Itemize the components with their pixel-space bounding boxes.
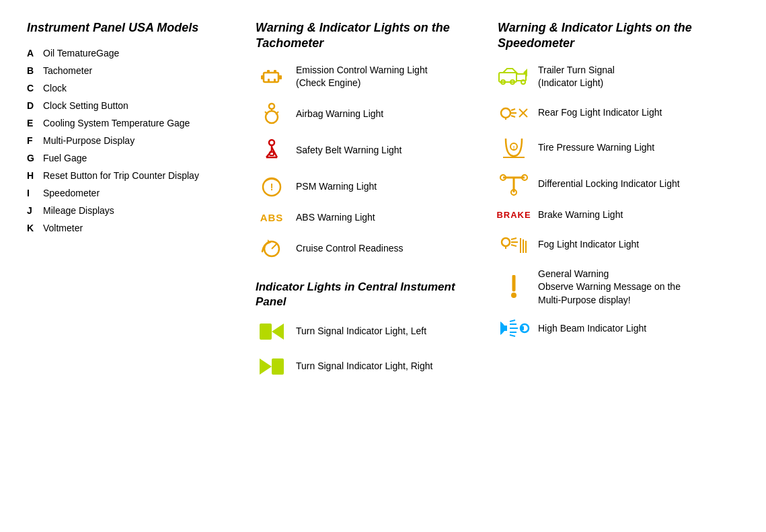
high-beam-icon: [498, 319, 530, 338]
light-label: Safety Belt Warning Light: [296, 144, 401, 157]
panel-list-item: JMileage Displays: [27, 205, 242, 216]
panel-list-item: ECooling System Temperature Gage: [27, 118, 242, 128]
speedometer-lights: Trailer Turn Signal(Indicator Light): [498, 64, 739, 338]
svg-point-32: [521, 80, 525, 84]
tachometer-lights: Emission Control Warning Light(Check Eng…: [256, 64, 484, 261]
abs-text: ABS: [260, 212, 284, 223]
light-label: Differential Locking Indicator Light: [538, 178, 680, 191]
item-label: Tachometer: [43, 65, 242, 76]
svg-rect-2: [278, 75, 282, 79]
light-row: ! PSM Warning Light: [256, 175, 484, 199]
item-label: Cooling System Temperature Gage: [43, 118, 242, 128]
svg-rect-1: [261, 75, 264, 79]
svg-line-51: [511, 238, 516, 239]
svg-line-53: [511, 245, 516, 246]
general-warning-icon: [498, 275, 530, 299]
item-label: Fuel Gage: [43, 153, 242, 163]
brake-icon: BRAKE: [498, 210, 530, 220]
panel-list-item: FMulti-Purpose Display: [27, 135, 242, 146]
light-label: PSM Warning Light: [296, 180, 377, 194]
svg-marker-25: [260, 358, 272, 375]
svg-rect-4: [274, 70, 276, 73]
item-letter: J: [27, 205, 43, 216]
svg-rect-17: [270, 152, 274, 155]
light-row: Differential Locking Indicator Light: [498, 172, 739, 196]
fog-light-icon: [498, 234, 530, 256]
brake-text: BRAKE: [496, 210, 531, 220]
col3-title: Warning & Indicator Lights on the Speedo…: [498, 20, 739, 52]
light-label: ABS Warning Light: [296, 211, 375, 225]
light-row: ABS ABS Warning Light: [256, 211, 484, 225]
abs-icon: ABS: [256, 212, 288, 223]
engine-icon: [256, 67, 288, 86]
svg-text:!: !: [270, 182, 274, 192]
light-row: High Beam Indicator Light: [498, 319, 739, 338]
svg-line-38: [511, 116, 515, 117]
light-row: Safety Belt Warning Light: [256, 139, 484, 163]
item-label: Multi-Purpose Display: [43, 135, 242, 146]
light-label: Turn Signal Indicator Light, Right: [296, 360, 432, 373]
tire-pressure-icon: !: [498, 136, 530, 160]
svg-marker-22: [268, 239, 270, 244]
light-row: Rear Fog Light Indicator Light: [498, 102, 739, 124]
svg-rect-59: [500, 326, 507, 331]
svg-rect-0: [264, 73, 278, 82]
light-row: General WarningObserve Warning Message o…: [498, 268, 739, 307]
item-label: Clock Setting Button: [43, 100, 242, 111]
instrument-panel-column: Instrument Panel USA Models AOil Tematur…: [27, 20, 256, 240]
light-label: Trailer Turn Signal(Indicator Light): [538, 64, 615, 90]
item-letter: H: [27, 170, 43, 181]
panel-list-item: BTachometer: [27, 65, 242, 76]
col1-title: Instrument Panel USA Models: [27, 20, 242, 36]
item-letter: F: [27, 135, 43, 146]
svg-line-21: [272, 243, 277, 249]
item-letter: C: [27, 83, 43, 93]
svg-line-36: [511, 109, 515, 110]
item-letter: E: [27, 118, 43, 128]
light-row: Fog Light Indicator Light: [498, 234, 739, 256]
svg-point-49: [502, 238, 510, 246]
turn-signal-left-icon: [256, 320, 288, 343]
item-label: Clock: [43, 83, 242, 93]
light-label: Airbag Warning Light: [296, 108, 383, 121]
svg-marker-23: [272, 324, 284, 340]
light-label: High Beam Indicator Light: [538, 322, 646, 336]
panel-list-item: GFuel Gage: [27, 153, 242, 163]
light-label: Rear Fog Light Indicator Light: [538, 106, 662, 120]
central-lights: Turn Signal Indicator Light, Left Turn S…: [256, 320, 484, 378]
speedometer-column: Warning & Indicator Lights on the Speedo…: [498, 20, 739, 356]
light-label: Fog Light Indicator Light: [538, 238, 639, 252]
panel-list-item: AOil TematureGage: [27, 48, 242, 59]
item-label: Speedometer: [43, 188, 242, 198]
item-letter: A: [27, 48, 43, 59]
svg-rect-6: [274, 79, 276, 82]
rear-fog-icon: [498, 102, 530, 124]
svg-line-60: [510, 320, 515, 321]
item-letter: I: [27, 188, 43, 198]
light-row: Emission Control Warning Light(Check Eng…: [256, 64, 484, 90]
light-label: Brake Warning Light: [538, 208, 623, 222]
panel-list-item: CClock: [27, 83, 242, 93]
light-label: Emission Control Warning Light(Check Eng…: [296, 64, 428, 90]
light-row: Trailer Turn Signal(Indicator Light): [498, 64, 739, 90]
svg-point-7: [269, 104, 274, 109]
panel-list-item: DClock Setting Button: [27, 100, 242, 111]
light-row: Turn Signal Indicator Light, Left: [256, 320, 484, 343]
psm-icon: !: [256, 175, 288, 199]
item-label: Voltmeter: [43, 223, 242, 233]
item-label: Mileage Displays: [43, 205, 242, 216]
turn-signal-right-icon: [256, 355, 288, 378]
svg-text:!: !: [513, 145, 515, 151]
col2-title: Warning & Indicator Lights on the Tachom…: [256, 20, 484, 52]
item-letter: B: [27, 65, 43, 76]
svg-rect-5: [268, 79, 270, 82]
seatbelt-icon: [256, 139, 288, 163]
cruise-icon: [256, 237, 288, 261]
panel-list-item: ISpeedometer: [27, 188, 242, 198]
diff-lock-icon: [498, 172, 530, 196]
light-label: Turn Signal Indicator Light, Left: [296, 325, 426, 338]
light-row: Cruise Control Readiness: [256, 237, 484, 261]
panel-list-item: KVoltmeter: [27, 223, 242, 233]
svg-rect-26: [272, 358, 284, 375]
light-label: Tire Pressure Warning Light: [538, 141, 654, 155]
